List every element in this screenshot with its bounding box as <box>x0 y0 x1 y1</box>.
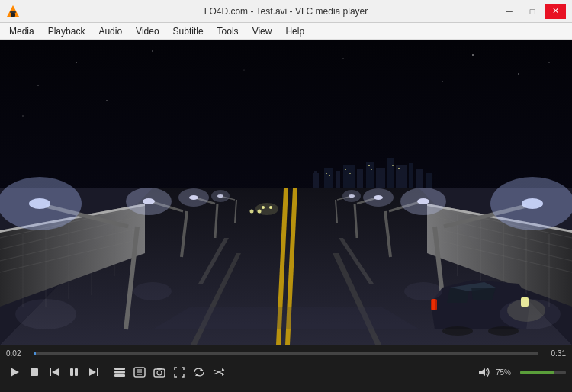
svg-rect-126 <box>75 368 78 376</box>
svg-point-14 <box>342 58 344 59</box>
svg-marker-143 <box>222 368 224 371</box>
next-icon <box>88 368 99 377</box>
buttons-row: 75% <box>6 361 566 383</box>
snapshot-button[interactable] <box>151 364 168 381</box>
play-icon <box>9 367 20 378</box>
progress-row: 0:02 0:31 <box>6 348 566 358</box>
svg-rect-35 <box>390 162 391 162</box>
svg-rect-125 <box>70 368 73 376</box>
svg-rect-127 <box>97 368 98 376</box>
extended-button[interactable] <box>131 364 148 381</box>
close-button[interactable]: ✕ <box>545 4 566 19</box>
svg-point-105 <box>258 210 262 214</box>
window-controls: ─ □ ✕ <box>499 4 566 19</box>
playlist-button[interactable] <box>111 364 128 381</box>
svg-marker-109 <box>471 288 496 300</box>
menu-media[interactable]: Media <box>3 23 40 39</box>
svg-rect-37 <box>398 168 400 169</box>
svg-point-104 <box>250 210 254 214</box>
menu-tools[interactable]: Tools <box>211 23 245 39</box>
fullscreen-button[interactable] <box>171 364 188 381</box>
svg-rect-32 <box>349 173 351 174</box>
progress-track[interactable] <box>34 352 538 355</box>
svg-marker-116 <box>153 307 419 329</box>
svg-point-72 <box>178 188 209 207</box>
svg-rect-130 <box>114 371 125 374</box>
svg-point-120 <box>404 282 442 300</box>
playlist-icon <box>114 367 126 378</box>
svg-rect-30 <box>329 175 330 176</box>
pause-button[interactable] <box>66 364 82 381</box>
ab-loop-icon <box>193 367 205 378</box>
random-button[interactable] <box>210 364 227 381</box>
titlebar-left <box>6 5 20 18</box>
svg-point-6 <box>152 50 153 52</box>
svg-point-13 <box>442 81 443 82</box>
svg-point-84 <box>363 188 394 207</box>
menu-help[interactable]: Help <box>279 23 310 39</box>
pause-icon <box>69 368 79 377</box>
window-title: LO4D.com - Test.avi - VLC media player <box>204 6 368 17</box>
svg-point-88 <box>400 188 446 215</box>
volume-area: 75% <box>476 364 566 381</box>
prev-icon <box>49 368 59 377</box>
volume-label: 75% <box>496 368 517 377</box>
svg-rect-122 <box>31 368 38 376</box>
volume-fill <box>520 371 554 374</box>
vlc-icon <box>6 5 20 18</box>
stop-button[interactable] <box>26 364 43 381</box>
svg-point-11 <box>22 115 24 117</box>
svg-rect-123 <box>50 368 51 376</box>
svg-rect-2 <box>10 11 16 13</box>
svg-point-8 <box>472 54 474 56</box>
svg-marker-124 <box>52 368 59 376</box>
svg-rect-138 <box>157 368 162 370</box>
svg-marker-145 <box>479 368 485 376</box>
svg-rect-129 <box>114 368 125 370</box>
mute-button[interactable] <box>476 364 493 381</box>
menu-view[interactable]: View <box>246 23 278 39</box>
svg-rect-36 <box>392 165 394 166</box>
ab-loop-button[interactable] <box>191 364 207 381</box>
svg-marker-128 <box>89 368 96 376</box>
menubar: Media Playback Audio Video Subtitle Tool… <box>0 23 572 40</box>
svg-point-10 <box>548 62 550 63</box>
svg-rect-111 <box>432 299 435 310</box>
svg-marker-121 <box>11 368 19 377</box>
extended-icon <box>133 367 146 378</box>
minimize-button[interactable]: ─ <box>499 4 520 19</box>
titlebar: LO4D.com - Test.avi - VLC media player ─… <box>0 0 572 23</box>
volume-track[interactable] <box>520 371 566 374</box>
menu-subtitle[interactable]: Subtitle <box>167 23 210 39</box>
svg-rect-17 <box>314 171 317 177</box>
svg-rect-33 <box>368 165 370 166</box>
svg-rect-131 <box>114 374 125 377</box>
svg-point-80 <box>0 177 82 230</box>
menu-video[interactable]: Video <box>130 23 165 39</box>
svg-rect-29 <box>326 173 327 174</box>
svg-point-15 <box>243 69 244 70</box>
svg-point-9 <box>518 73 519 75</box>
controls-bar: 0:02 0:31 <box>0 345 572 390</box>
svg-point-118 <box>500 299 561 329</box>
svg-point-117 <box>15 299 76 329</box>
svg-point-100 <box>342 190 361 202</box>
time-current: 0:02 <box>6 349 27 358</box>
svg-marker-144 <box>222 373 224 376</box>
svg-rect-34 <box>371 169 372 170</box>
volume-icon <box>478 367 490 378</box>
menu-playback[interactable]: Playback <box>42 23 92 39</box>
svg-point-115 <box>488 326 519 336</box>
prev-button[interactable] <box>46 364 63 381</box>
snapshot-icon <box>153 367 165 378</box>
play-button[interactable] <box>6 364 23 381</box>
next-button[interactable] <box>85 364 102 381</box>
video-viewport[interactable] <box>0 40 572 345</box>
fullscreen-icon <box>174 367 185 378</box>
menu-audio[interactable]: Audio <box>92 23 128 39</box>
stop-icon <box>30 368 39 377</box>
svg-rect-31 <box>345 169 346 170</box>
video-scene <box>0 40 572 345</box>
maximize-button[interactable]: □ <box>522 4 543 19</box>
svg-point-12 <box>106 100 108 101</box>
